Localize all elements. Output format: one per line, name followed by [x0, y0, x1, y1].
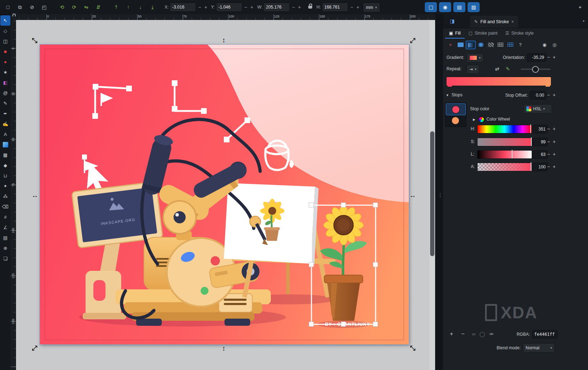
orientation-increment[interactable]: +: [551, 53, 557, 61]
saturation-slider-marker[interactable]: [531, 137, 532, 146]
lower-to-bottom-icon[interactable]: ⤓: [148, 2, 158, 12]
tweak-tool[interactable]: ✦: [0, 181, 10, 191]
w-decrement[interactable]: −: [291, 3, 296, 11]
paint-none-button[interactable]: ×: [446, 41, 455, 49]
paint-mesh-button[interactable]: [506, 41, 515, 49]
xml-editor-tool[interactable]: ▤: [0, 233, 10, 243]
selection-handle-ne[interactable]: ⤢: [410, 37, 415, 45]
alpha-decrement[interactable]: −: [546, 163, 551, 171]
hue-decrement[interactable]: −: [546, 125, 551, 133]
spiral-tool[interactable]: @: [0, 88, 10, 98]
gradient-preview-bar[interactable]: [446, 77, 551, 86]
reverse-gradient-icon[interactable]: ⇄: [493, 64, 501, 74]
lock-aspect-icon[interactable]: [305, 2, 315, 12]
dock-menu-chevron-icon[interactable]: ▾: [583, 19, 584, 23]
lower-icon[interactable]: ↓: [135, 2, 145, 12]
vertical-ruler[interactable]: 0 25 50 75 100 125 150: [11, 20, 16, 370]
lightness-increment[interactable]: +: [551, 150, 557, 158]
pages-tool[interactable]: ❏: [0, 253, 10, 264]
color-mode-dropdown[interactable]: HSL ▾: [523, 104, 552, 113]
gradient-select-dropdown[interactable]: ▾: [466, 53, 484, 62]
hue-increment[interactable]: +: [551, 125, 557, 133]
calligraphy-tool[interactable]: ✍: [0, 119, 10, 129]
add-stop-button[interactable]: +: [449, 330, 454, 338]
dropper-tool[interactable]: ◆: [0, 160, 10, 171]
gradient-slider-knob[interactable]: [532, 66, 539, 73]
selected-artwork[interactable]: INKSCAPE.ORG: [40, 45, 409, 344]
paint-pattern-button[interactable]: [486, 41, 495, 49]
artwork[interactable]: INKSCAPE.ORG: [40, 45, 409, 344]
paint-swatch-button[interactable]: [496, 41, 505, 49]
tab-stroke-style[interactable]: ☰ Stroke style: [501, 28, 537, 39]
eyedropper-icon[interactable]: ✑: [489, 330, 494, 338]
stop-item-1[interactable]: [446, 103, 466, 115]
tab-stroke-paint[interactable]: ▢ Stroke paint: [465, 28, 501, 39]
fill-rule-evenodd-button[interactable]: ◎: [550, 41, 559, 49]
stop-offset-increment[interactable]: +: [551, 91, 557, 99]
selector-tool[interactable]: ↖: [0, 15, 10, 26]
y-increment[interactable]: +: [249, 3, 254, 11]
mesh-tool[interactable]: ▦: [0, 150, 10, 160]
deselect-icon[interactable]: ⊘: [27, 2, 37, 12]
flip-vertical-icon[interactable]: ⇵: [93, 2, 103, 12]
selection-handle-s[interactable]: ↕: [222, 345, 226, 353]
eraser-tool[interactable]: ⌫: [0, 202, 10, 212]
rectangle-tool[interactable]: ■: [0, 46, 10, 57]
saturation-slider[interactable]: [477, 138, 532, 146]
horizontal-ruler[interactable]: 0 25 50 75 100 125 150 175 200: [16, 14, 435, 20]
edit-gradient-icon[interactable]: ✎: [504, 64, 512, 74]
canvas-vertical-scrollbar[interactable]: [429, 20, 435, 370]
selection-handle-nw[interactable]: ⤡: [32, 37, 37, 45]
rotate-ccw-icon[interactable]: ⟲: [57, 2, 67, 12]
lightness-slider-marker[interactable]: [512, 150, 512, 158]
scale-pattern-toggle[interactable]: ▨: [468, 2, 480, 12]
selection-handle-sw[interactable]: ⤢: [32, 344, 37, 352]
y-input[interactable]: [216, 2, 242, 12]
panel-divider[interactable]: ⋮: [435, 14, 443, 370]
selection-handle-se[interactable]: ⤡: [410, 344, 415, 352]
star-tool[interactable]: ★: [0, 67, 10, 77]
tab-fill[interactable]: ▣ Fill: [445, 28, 465, 39]
paint-flat-button[interactable]: [456, 41, 465, 49]
spray-tool[interactable]: ⁂: [0, 191, 10, 202]
zoom-tool[interactable]: ⊕: [0, 243, 10, 253]
paint-unknown-button[interactable]: ?: [516, 41, 525, 49]
saturation-increment[interactable]: +: [551, 138, 557, 146]
gradient-tool[interactable]: [0, 140, 10, 150]
stops-expander-icon[interactable]: ▼: [446, 93, 449, 97]
dock-icon[interactable]: ◨: [447, 16, 457, 26]
scale-corners-toggle[interactable]: ◉: [439, 2, 451, 12]
target-icon[interactable]: ◯: [479, 330, 485, 338]
selection-frame-icon[interactable]: ◰: [39, 2, 49, 12]
w-increment[interactable]: +: [297, 3, 302, 11]
selection-handle-e[interactable]: ↔: [409, 192, 416, 199]
ellipse-tool[interactable]: ●: [0, 57, 10, 67]
x-increment[interactable]: +: [203, 3, 208, 11]
paint-bucket-tool[interactable]: ⊔: [0, 171, 10, 181]
dock-tab-fill-and-stroke[interactable]: ✎ Fill and Stroke ×: [470, 16, 518, 28]
alpha-increment[interactable]: +: [551, 163, 557, 171]
close-icon[interactable]: ×: [511, 19, 514, 24]
scale-stroke-toggle[interactable]: ▢: [425, 2, 437, 12]
remove-stop-button[interactable]: −: [460, 330, 466, 338]
lightness-slider[interactable]: [477, 150, 532, 159]
text-tool[interactable]: A: [0, 129, 10, 140]
link-stops-icon[interactable]: ∞: [471, 330, 476, 338]
color-wheel-expander-icon[interactable]: ▶: [473, 118, 475, 121]
raise-icon[interactable]: ↑: [123, 2, 133, 12]
x-decrement[interactable]: −: [197, 3, 202, 11]
shape-builder-tool[interactable]: ◫: [0, 36, 10, 46]
saturation-decrement[interactable]: −: [546, 138, 551, 146]
selection-handle-w[interactable]: ↔: [32, 192, 38, 199]
node-tool[interactable]: ◇: [0, 26, 10, 36]
scale-gradient-toggle[interactable]: ▤: [453, 2, 465, 12]
units-dropdown[interactable]: mm ▾: [363, 2, 380, 12]
canvas-area[interactable]: INKSCAPE.ORG: [16, 20, 429, 370]
measure-tool[interactable]: ∠: [0, 222, 10, 233]
repeat-dropdown[interactable]: ⇥ ▾: [466, 65, 479, 74]
w-input[interactable]: [263, 2, 290, 12]
select-all-icon[interactable]: □: [3, 2, 13, 12]
divider-grip-icon[interactable]: ⋮: [438, 192, 443, 198]
h-decrement[interactable]: −: [349, 3, 354, 11]
rgba-input[interactable]: [532, 330, 558, 339]
